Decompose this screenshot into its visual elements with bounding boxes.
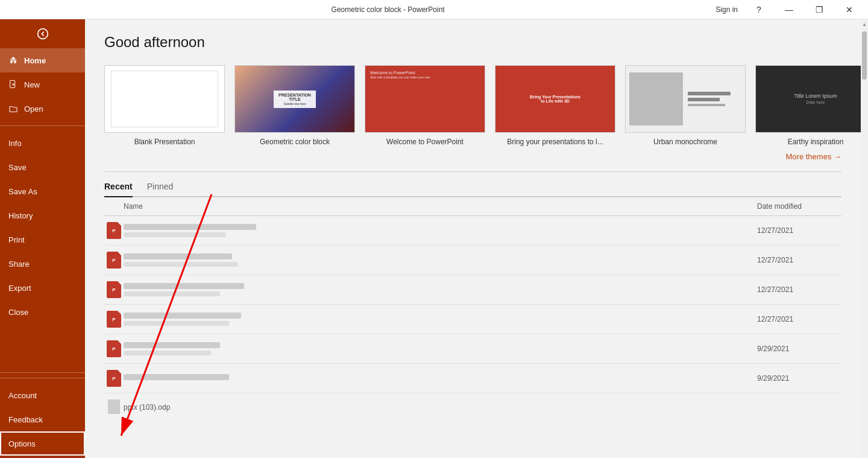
minimize-button[interactable]: — bbox=[775, 0, 803, 19]
table-row[interactable]: P 12/27/2021 bbox=[104, 246, 841, 275]
content-area: Good afternoon Blank Presentation bbox=[85, 19, 861, 458]
sign-in-button[interactable]: Sign in bbox=[711, 4, 743, 15]
sidebar-item-history[interactable]: History bbox=[0, 203, 85, 227]
file-date-6: 9/29/2021 bbox=[757, 374, 841, 383]
template-blank[interactable]: Blank Presentation bbox=[104, 65, 225, 146]
sidebar-item-close[interactable]: Close bbox=[0, 300, 85, 324]
scrollbar-track[interactable]: ▲ bbox=[861, 19, 868, 458]
table-row[interactable]: P 9/29/2021 bbox=[104, 334, 841, 364]
earthy-thumb-design: Title Lorem IpsumDate here bbox=[756, 66, 861, 132]
greeting-heading: Good afternoon bbox=[104, 34, 841, 51]
table-row[interactable]: pptx (103).odp bbox=[104, 393, 841, 420]
file-name-line-4a bbox=[124, 313, 241, 319]
geo-thumb-design: PRESENTATIONTITLESubtitle line here bbox=[235, 66, 354, 132]
sidebar-item-info[interactable]: Info bbox=[0, 131, 85, 155]
sidebar-item-export[interactable]: Export bbox=[0, 276, 85, 300]
section-divider bbox=[104, 171, 841, 172]
urban-line-2 bbox=[688, 98, 720, 101]
file-name-line-5b bbox=[124, 351, 211, 355]
sidebar-item-print[interactable]: Print bbox=[0, 227, 85, 252]
more-themes-link-wrap: More themes → bbox=[104, 151, 841, 162]
sidebar-item-save-as[interactable]: Save As bbox=[0, 179, 85, 203]
sidebar-item-options[interactable]: Options bbox=[0, 431, 85, 456]
sidebar-item-history-label: History bbox=[8, 211, 33, 220]
sidebar-item-close-label: Close bbox=[8, 308, 28, 317]
table-row[interactable]: P 12/27/2021 bbox=[104, 275, 841, 305]
template-thumb-blank bbox=[104, 65, 225, 133]
file-icon-wrap-2: P bbox=[104, 252, 124, 269]
file-date-5: 9/29/2021 bbox=[757, 345, 841, 353]
table-row[interactable]: P 12/27/2021 bbox=[104, 305, 841, 334]
template-bring3d[interactable]: Bring Your Presentationsto Life with 3D … bbox=[495, 65, 615, 146]
file-name-1 bbox=[124, 224, 757, 237]
blank-slide-preview bbox=[111, 71, 218, 127]
welcome-thumb-design: Welcome to PowerPointStart with a templa… bbox=[365, 66, 485, 132]
doc-icon-7 bbox=[108, 399, 120, 414]
bring3d-thumb-text: Bring Your Presentationsto Life with 3D bbox=[530, 95, 580, 103]
close-button[interactable]: ✕ bbox=[835, 0, 863, 19]
file-name-4 bbox=[124, 313, 757, 326]
urban-img bbox=[629, 72, 683, 126]
sidebar-item-home-label: Home bbox=[24, 56, 46, 65]
tab-recent[interactable]: Recent bbox=[104, 182, 133, 197]
folder-icon bbox=[8, 104, 18, 113]
template-earthy[interactable]: Title Lorem IpsumDate here Earthy inspir… bbox=[755, 65, 861, 146]
tab-pinned[interactable]: Pinned bbox=[147, 182, 174, 197]
file-list-header: Name Date modified bbox=[104, 197, 841, 216]
file-name-5 bbox=[124, 342, 757, 355]
urban-line-1 bbox=[688, 92, 731, 95]
sidebar-item-save-as-label: Save As bbox=[8, 187, 37, 196]
file-name-line-1a bbox=[124, 224, 256, 230]
ppt-icon-6: P bbox=[107, 370, 121, 387]
file-date-4: 12/27/2021 bbox=[757, 315, 841, 323]
title-bar-title: Geometric color block - PowerPoint bbox=[65, 5, 711, 14]
table-row[interactable]: P 9/29/2021 bbox=[104, 364, 841, 393]
file-date-2: 12/27/2021 bbox=[757, 256, 841, 264]
home-icon bbox=[8, 56, 18, 65]
maximize-button[interactable]: ❐ bbox=[805, 0, 833, 19]
sidebar-item-print-label: Print bbox=[8, 235, 25, 244]
more-themes-link[interactable]: More themes → bbox=[786, 152, 841, 161]
ppt-icon-4: P bbox=[107, 311, 121, 328]
sidebar-item-save-label: Save bbox=[8, 163, 27, 172]
sidebar-item-account-label: Account bbox=[8, 391, 37, 400]
table-row[interactable]: P 12/27/2021 bbox=[104, 216, 841, 246]
template-label-geo: Geometric color block bbox=[260, 138, 330, 146]
title-bar: Geometric color block - PowerPoint Sign … bbox=[0, 0, 868, 19]
template-thumb-geo: PRESENTATIONTITLESubtitle line here bbox=[234, 65, 355, 133]
template-urban[interactable]: Urban monochrome bbox=[625, 65, 746, 146]
file-icon-wrap-3: P bbox=[104, 281, 124, 298]
tabs-bar: Recent Pinned bbox=[104, 182, 841, 197]
sidebar-item-share[interactable]: Share bbox=[0, 252, 85, 276]
sidebar-item-account[interactable]: Account bbox=[0, 383, 85, 407]
back-icon bbox=[37, 28, 49, 40]
scrollbar-arrow-up[interactable]: ▲ bbox=[861, 19, 868, 29]
sidebar-item-open[interactable]: Open bbox=[0, 97, 85, 121]
col-header-name: Name bbox=[124, 202, 757, 211]
sidebar-back-button[interactable] bbox=[0, 19, 85, 48]
sidebar-item-options-label: Options bbox=[8, 439, 36, 448]
file-name-7: pptx (103).odp bbox=[124, 401, 757, 412]
help-button[interactable]: ? bbox=[745, 0, 773, 19]
template-welcome[interactable]: Welcome to PowerPointStart with a templa… bbox=[365, 65, 485, 146]
template-geo[interactable]: PRESENTATIONTITLESubtitle line here Geom… bbox=[234, 65, 355, 146]
svg-rect-1 bbox=[10, 80, 15, 87]
content-inner: Good afternoon Blank Presentation bbox=[85, 19, 861, 434]
scrollbar-thumb[interactable] bbox=[862, 31, 867, 80]
templates-row: Blank Presentation PRESENTATIONTITLESubt… bbox=[104, 65, 841, 146]
file-name-line-3a bbox=[124, 283, 244, 289]
file-name-line-5a bbox=[124, 342, 220, 348]
sidebar-item-home[interactable]: Home bbox=[0, 48, 85, 72]
file-date-1: 12/27/2021 bbox=[757, 226, 841, 235]
file-name-6 bbox=[124, 374, 757, 383]
file-icon-wrap-6: P bbox=[104, 370, 124, 387]
file-icon-wrap-7 bbox=[104, 399, 124, 414]
welcome-thumb-text: Welcome to PowerPointStart with a templa… bbox=[370, 71, 430, 79]
sidebar-item-feedback[interactable]: Feedback bbox=[0, 407, 85, 431]
sidebar-item-info-label: Info bbox=[8, 139, 22, 148]
earthy-thumb-text: Title Lorem IpsumDate here bbox=[794, 93, 837, 105]
file-name-label-7: pptx (103).odp bbox=[124, 403, 170, 412]
sidebar-divider-1 bbox=[0, 126, 85, 126]
sidebar-item-new[interactable]: New bbox=[0, 72, 85, 97]
sidebar-item-save[interactable]: Save bbox=[0, 155, 85, 179]
